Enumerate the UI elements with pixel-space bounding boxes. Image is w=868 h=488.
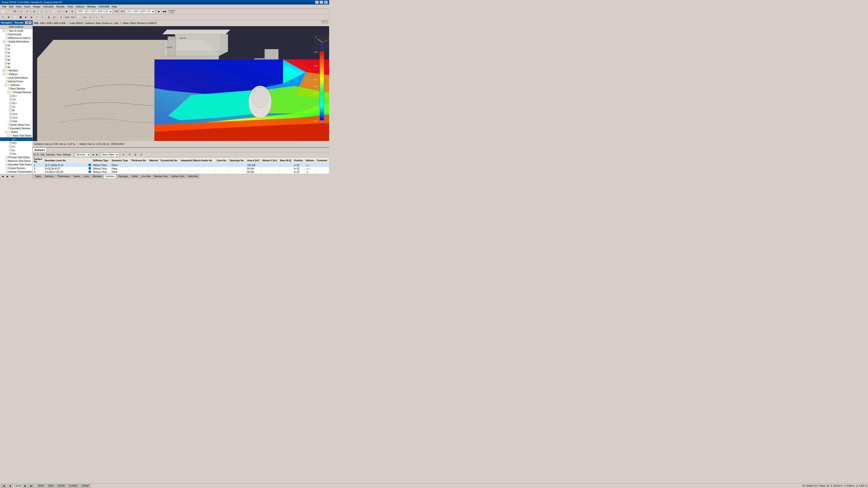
select-btn[interactable]: ↖ (1, 15, 6, 20)
tree-u-abs[interactable]: |u| (0, 43, 33, 47)
snap-btn[interactable]: SNAP (65, 15, 70, 20)
tab-pin-btn[interactable]: 📌 (321, 20, 324, 24)
tree-gamma-xy[interactable]: γxy- (0, 152, 33, 156)
tree-sigma2p2[interactable]: σ2,+ (0, 101, 33, 105)
result-val-btn[interactable]: 123 (82, 15, 87, 20)
table-nav-prev[interactable]: ◀ (91, 153, 94, 157)
undo-btn[interactable]: ↩ (19, 9, 24, 14)
global-btn[interactable]: 1·Global XYZ (169, 9, 174, 14)
tree-contact-stresses[interactable]: 📋 Contact Stresses (0, 166, 33, 170)
table-print-btn[interactable]: 🖨 (139, 152, 144, 157)
view-right[interactable]: ◨ (29, 15, 34, 20)
fit-all-btn[interactable]: ⊞ (46, 15, 51, 20)
save-btn[interactable]: 💾 (12, 9, 17, 14)
table-filter-btn[interactable]: ⊞ (121, 152, 126, 157)
tree-isotropic[interactable]: 📋 Isotropic Characteristics (0, 170, 33, 173)
tbt-nodes[interactable]: Nodes (72, 174, 82, 178)
menu-file[interactable]: File (1, 5, 8, 8)
window-controls[interactable]: ─ □ ✕ (315, 1, 328, 4)
table-row[interactable]: 4 4-9,268,37-58,270 Without Thick... Pla… (33, 170, 329, 174)
tree-surfaces[interactable]: - 📁 Surfaces (0, 72, 33, 76)
tree-epsy-p[interactable]: εyy+ (0, 141, 33, 144)
table-row[interactable]: 1 16,17,28,65-47,18 Without Thick... Pla… (33, 164, 329, 167)
menu-help[interactable]: Help (111, 5, 119, 8)
menu-calculate[interactable]: Calculate (42, 5, 55, 8)
goto-btn[interactable]: Go To (33, 153, 39, 156)
tb-btn1[interactable]: S:C (114, 9, 119, 14)
tree-phiy[interactable]: φy (0, 61, 33, 65)
menu-insert[interactable]: Insert (23, 5, 32, 8)
tbt-openings[interactable]: Openings (117, 174, 129, 178)
basic-objects-combo[interactable]: Basic Objects (101, 153, 119, 157)
view3d-btn[interactable]: ⬜ (51, 9, 56, 14)
tree-members[interactable]: + 📁 Members (0, 69, 33, 72)
table-export-btn[interactable]: 📤 (133, 152, 138, 157)
view-back[interactable]: ⬛ (18, 15, 23, 20)
menu-options[interactable]: Options (74, 5, 86, 8)
selection-btn[interactable]: Selection (46, 153, 55, 156)
zoom-out-btn[interactable]: 🔎 (44, 9, 49, 14)
mesh-btn[interactable]: ⊞ (70, 9, 74, 14)
view-top[interactable]: ⊤ (34, 15, 39, 20)
tbt-solid-sets[interactable]: Solid Sets (186, 174, 199, 178)
menu-cad-bim[interactable]: CAD-BIM (97, 5, 110, 8)
tree-sigma1m2[interactable]: σ1,m (0, 112, 33, 116)
tree-local-def[interactable]: 📋 Local Deformations (0, 76, 33, 79)
tab-surfaces[interactable]: Surfaces (33, 148, 46, 152)
menu-tools[interactable]: Tools (66, 5, 74, 8)
tree-equiv-total-strains[interactable]: 📋 Equivalent Total Strains (0, 163, 33, 166)
zoom-in-btn[interactable]: 🔍 (39, 9, 43, 14)
tree-principal-total-strains[interactable]: 📋 Principal Total Strains (0, 156, 33, 159)
maximize-button[interactable]: □ (320, 1, 323, 4)
tbt-member-sets[interactable]: Member Sets (153, 174, 169, 178)
tree-phix[interactable]: φx (0, 58, 33, 61)
tree-phiz[interactable]: φz (0, 65, 33, 69)
nav-prev-btn[interactable]: ◀ (1, 174, 5, 178)
render-btn[interactable]: ▣ (64, 9, 69, 14)
grid-btn[interactable]: GRID (70, 15, 75, 20)
tbt-surfaces[interactable]: Surfaces (104, 174, 116, 178)
new-btn[interactable]: 📄 (1, 9, 6, 14)
tree-type-of-results[interactable]: - 📁 Type of results (0, 29, 33, 33)
calc-btn[interactable]: ▶ (157, 9, 162, 14)
redo-btn[interactable]: ↪ (25, 9, 30, 14)
tree-principal-stresses[interactable]: - 📁 Principal Stresses (0, 90, 33, 94)
tree-basic-stresses[interactable]: 📋 Basic Stresses (0, 87, 33, 90)
menu-assign[interactable]: Assign (32, 5, 42, 8)
tbt-members[interactable]: Members (91, 174, 104, 178)
result-color-btn[interactable]: 🎨 (88, 15, 93, 20)
edit-btn[interactable]: Edit (41, 153, 44, 156)
tree-taumax[interactable]: τmax (0, 119, 33, 123)
table-nav-next[interactable]: ▶ (95, 153, 98, 157)
wireframe-btn[interactable]: ⬡ (57, 9, 62, 14)
tree-epsx-m[interactable]: εx,- (0, 144, 33, 148)
tree-epsy-m[interactable]: εy,- (0, 148, 33, 152)
table-sort-btn[interactable]: ⇅ (127, 152, 132, 157)
navigator-controls[interactable]: 📌 ✕ (25, 21, 32, 24)
tb-btn2[interactable]: CO2 (120, 9, 125, 14)
tree-thetan[interactable]: θn (0, 108, 33, 112)
minimize-button[interactable]: ─ (315, 1, 319, 4)
tree-final-results[interactable]: 📋 Final Results (0, 33, 33, 36)
view-left[interactable]: ◧ (24, 15, 29, 20)
tree-basic-total-strains[interactable]: - 📁 Basic Total Strains (0, 134, 33, 137)
tree-epsx-p[interactable]: εx+ (0, 137, 33, 141)
tbt-lines[interactable]: Lines (82, 174, 91, 178)
display-btn[interactable]: ⚙ (58, 15, 63, 20)
structure-combo[interactable]: Structure (75, 153, 91, 157)
tree-global-deformations[interactable]: - 📁 Global Deformations (0, 40, 33, 43)
tree-elastic-stress[interactable]: 📋 Elastic Stress Components (0, 123, 33, 127)
tab-close-btn[interactable]: ✕ (325, 20, 328, 24)
tree-equiv-stresses[interactable]: 📋 Equivalent Stresses (0, 127, 33, 130)
tree-uy[interactable]: uy (0, 51, 33, 54)
nav-close-btn[interactable]: ✕ (29, 21, 32, 24)
tree-sigma1m[interactable]: σ1,- (0, 105, 33, 108)
menu-results[interactable]: Results (55, 5, 66, 8)
tree-sigma1p[interactable]: σ1+ (0, 98, 33, 101)
tbt-surface-sets[interactable]: Surface Sets (170, 174, 186, 178)
menu-view[interactable]: View (15, 5, 23, 8)
tbt-thicknesses[interactable]: Thicknesses (56, 174, 71, 178)
tree-sigma2m[interactable]: σ2,m (0, 116, 33, 119)
anim-btn[interactable]: ▷ (94, 15, 99, 20)
calc-all-btn[interactable]: ▶▶ (162, 9, 167, 14)
